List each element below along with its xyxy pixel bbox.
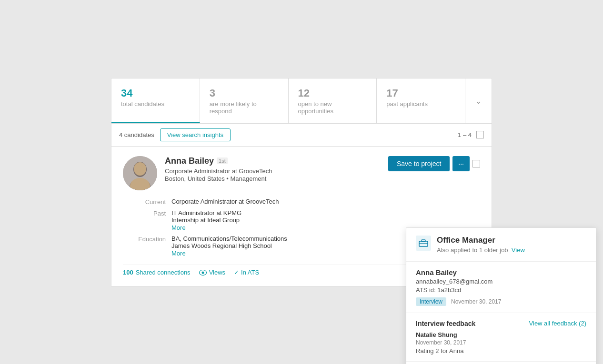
past-role-2: Internship at Ideal Group — [171, 216, 480, 224]
stats-bar: 34 total candidates 3 are more likely to… — [111, 78, 492, 123]
popup-feedback-section: Interview feedback View all feedback (2)… — [406, 313, 596, 362]
connection-badge: 1st — [217, 157, 228, 164]
popup-header: Office Manager Also applied to 1 older j… — [406, 228, 596, 262]
popup-email: annabailey_678@gmai.com — [416, 278, 586, 285]
stat-open-number: 12 — [298, 87, 367, 99]
popup-feedback-title: Interview feedback — [416, 320, 475, 327]
insights-button[interactable]: View search insights — [160, 128, 231, 141]
past-more-link[interactable]: More — [171, 224, 186, 231]
view-older-jobs-link[interactable]: View — [512, 246, 525, 254]
current-label: Current — [123, 198, 166, 206]
popup-job-title: Office Manager — [437, 236, 525, 245]
view-all-feedback-link[interactable]: View all feedback (2) — [529, 320, 586, 327]
popup-feedback-date: November 30, 2017 — [416, 339, 586, 346]
stat-likely-number: 3 — [210, 87, 279, 99]
checkmark-icon: ✓ — [234, 269, 239, 276]
avatar — [123, 156, 157, 190]
candidate-name: Anna Bailey 1st — [165, 156, 272, 166]
views-item[interactable]: Views — [199, 269, 225, 276]
views-icon — [199, 269, 207, 276]
svg-rect-8 — [422, 240, 425, 242]
in-ats-label: In ATS — [241, 269, 259, 276]
stat-likely[interactable]: 3 are more likely to respond — [200, 79, 289, 123]
popup-interview-date: November 30, 2017 — [451, 298, 501, 305]
popup-notes-section: Notes View all notes (2) Natalie Sung No… — [406, 362, 596, 364]
main-container: 34 total candidates 3 are more likely to… — [111, 78, 492, 286]
past-role-1: IT Administrator at KPMG — [171, 209, 480, 216]
stat-likely-label: are more likely to respond — [210, 100, 279, 115]
popup-job-info: Office Manager Also applied to 1 older j… — [437, 236, 525, 254]
select-all-checkbox[interactable] — [476, 131, 484, 138]
toolbar: 4 candidates View search insights 1 – 4 — [111, 123, 492, 146]
stat-past-number: 17 — [386, 87, 455, 99]
past-label: Past — [123, 209, 166, 231]
in-ats-item[interactable]: ✓ In ATS — [234, 269, 259, 276]
svg-point-6 — [201, 271, 204, 274]
card-header: Anna Bailey 1st Corporate Administrator … — [123, 156, 480, 190]
candidate-title: Corporate Administrator at GrooveTech — [165, 167, 272, 175]
stat-total-label: total candidates — [121, 100, 190, 108]
popup-status-row: Interview November 30, 2017 — [416, 297, 586, 306]
candidate-info: Anna Bailey 1st Corporate Administrator … — [165, 156, 272, 190]
stat-past[interactable]: 17 past applicants — [377, 79, 465, 123]
stat-total[interactable]: 34 total candidates — [111, 79, 200, 123]
candidates-count-label: 4 candidates — [119, 131, 154, 138]
status-badge: Interview — [416, 297, 446, 306]
current-role: Corporate Administrator at GrooveTech — [171, 198, 480, 206]
stat-total-number: 34 — [121, 87, 190, 99]
more-options-button[interactable]: ··· — [452, 156, 470, 171]
stat-past-label: past applicants — [386, 100, 455, 108]
candidate-checkbox[interactable] — [472, 160, 480, 167]
popup-candidate-info: Anna Bailey annabailey_678@gmai.com ATS … — [406, 262, 596, 313]
edu-more-link[interactable]: More — [171, 250, 186, 257]
popup-applied-sub: Also applied to 1 older job View — [437, 246, 525, 254]
popup-feedback-header: Interview feedback View all feedback (2) — [416, 320, 586, 327]
toolbar-left: 4 candidates View search insights — [119, 128, 231, 141]
stats-expand-btn[interactable]: ⌄ — [465, 79, 492, 123]
stat-open[interactable]: 12 open to new opportunities — [289, 79, 377, 123]
job-icon — [416, 236, 431, 251]
svg-point-3 — [134, 162, 146, 176]
candidate-location: Boston, United States • Management — [165, 175, 272, 182]
popup-feedback-text: Rating 2 for Anna — [416, 347, 586, 354]
card-actions: Save to project ··· — [388, 156, 480, 171]
toolbar-right: 1 – 4 — [458, 131, 484, 138]
popup-ats-id: ATS id: 1a2b3cd — [416, 286, 586, 294]
chevron-down-icon: ⌄ — [475, 96, 482, 106]
popup-feedback-reviewer: Natalie Shung — [416, 331, 586, 338]
shared-connections-item[interactable]: 100 Shared connections — [123, 269, 191, 276]
education-label: Education — [123, 235, 166, 257]
views-label: Views — [209, 269, 225, 276]
connections-count: 100 — [123, 269, 133, 276]
candidate-card: Anna Bailey 1st Corporate Administrator … — [111, 146, 492, 286]
card-left: Anna Bailey 1st Corporate Administrator … — [123, 156, 272, 190]
ats-popup-panel: Office Manager Also applied to 1 older j… — [406, 227, 596, 364]
connections-label: Shared connections — [136, 269, 191, 276]
pagination-label: 1 – 4 — [458, 131, 472, 138]
popup-candidate-name: Anna Bailey — [416, 268, 586, 276]
stat-open-label: open to new opportunities — [298, 100, 367, 115]
save-to-project-button[interactable]: Save to project — [388, 156, 450, 171]
